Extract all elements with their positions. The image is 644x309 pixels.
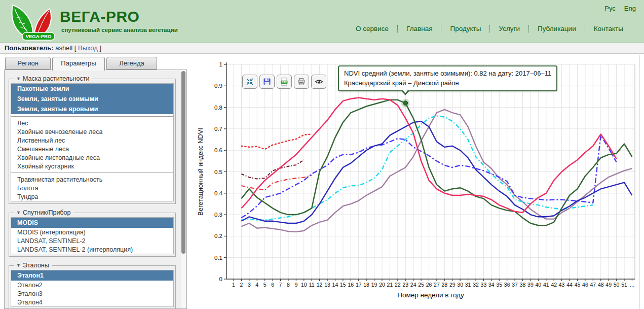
printer-icon xyxy=(297,78,306,86)
tab-3[interactable]: Легенда xyxy=(106,57,157,70)
x-tick-label: 6 xyxy=(271,282,274,288)
x-tick-label: … xyxy=(629,282,635,288)
list-item[interactable]: Хвойные вечнозеленые леса xyxy=(11,127,173,136)
x-tick-label: 16 xyxy=(348,282,354,288)
x-tick-label: 10 xyxy=(301,282,307,288)
list-item[interactable]: Болота xyxy=(11,184,173,192)
x-tick-label: 38 xyxy=(520,282,526,288)
group-legend[interactable]: ▼Маска растительности xyxy=(14,75,92,82)
group-listbox: Пахотные землиЗемли, занятые озимымиЗемл… xyxy=(11,83,174,201)
y-tick-label: 0.9 xyxy=(214,83,222,89)
save-button[interactable] xyxy=(259,75,275,89)
x-tick-label: 35 xyxy=(496,282,502,288)
y-tick-label: 0.8 xyxy=(214,105,222,111)
x-tick-label: 42 xyxy=(551,282,557,288)
list-item[interactable]: Травянистая растительность xyxy=(11,175,173,184)
logout-bracket-open: [ xyxy=(74,44,77,52)
series-red-dash-dot xyxy=(241,176,312,190)
tab-2[interactable]: Параметры xyxy=(52,57,105,71)
list-separator xyxy=(11,116,173,117)
list-item[interactable]: Лес xyxy=(11,119,173,127)
x-tick-label: 13 xyxy=(324,282,330,288)
x-tick-label: 1 xyxy=(232,282,235,288)
tooltip-line2: Краснодарский край – Динской район xyxy=(344,78,551,88)
language-switcher: РусEng xyxy=(604,5,636,12)
x-tick-label: 36 xyxy=(504,282,510,288)
sidebar-scrollbar-thumb[interactable] xyxy=(181,71,185,254)
nav-item-3[interactable]: Продукты xyxy=(441,25,489,33)
lang-eng[interactable]: Eng xyxy=(620,5,636,12)
list-item[interactable]: Эталон4 xyxy=(11,298,173,306)
y-tick-label: 0.7 xyxy=(214,126,222,132)
x-tick-label: 4 xyxy=(255,282,258,288)
export-csv-button[interactable]: CSV xyxy=(277,75,292,89)
main-nav: О сервисеГлавнаяПродуктыУслугиПубликации… xyxy=(347,25,632,33)
list-item[interactable]: Хвойный кустарник xyxy=(11,162,173,170)
list-item[interactable]: LANDSAT, SENTINEL-2 (интерполяция) xyxy=(11,245,173,254)
lang-рус[interactable]: Рус xyxy=(604,5,620,12)
ndvi-chart[interactable]: 10.90.80.70.60.50.40.30.20.1012345678910… xyxy=(193,55,639,309)
group-1: ▼Маска растительностиПахотные землиЗемли… xyxy=(9,75,176,204)
preview-button[interactable] xyxy=(311,75,326,89)
list-item[interactable]: MODIS (интерполяция) xyxy=(11,228,173,236)
y-tick-label: 0.4 xyxy=(214,190,223,196)
x-tick-label: 47 xyxy=(590,282,596,288)
print-button[interactable] xyxy=(294,75,309,89)
logout-link[interactable]: Выход xyxy=(78,44,98,52)
y-tick-label: 0.3 xyxy=(214,212,222,218)
x-tick-label: 12 xyxy=(317,282,323,288)
nav-item-4[interactable]: Услуги xyxy=(489,25,528,33)
nav-item-5[interactable]: Публикации xyxy=(528,25,585,33)
fit-screen-button[interactable] xyxy=(242,75,257,89)
tab-1[interactable]: Регион xyxy=(5,57,51,70)
x-tick-label: 40 xyxy=(536,282,542,288)
sidebar-scrollbar[interactable] xyxy=(180,70,186,308)
logo-banner-text: VEGA-PRO xyxy=(26,33,52,39)
x-tick-label: 39 xyxy=(527,282,534,288)
group-listbox: Эталон1Эталон2Эталон3Эталон4 xyxy=(11,270,174,307)
list-item[interactable]: Пахотные земли xyxy=(11,84,173,94)
group-legend[interactable]: ▼Эталоны xyxy=(14,262,52,269)
list-item[interactable]: Эталон2 xyxy=(11,281,173,289)
x-tick-label: 23 xyxy=(402,282,408,288)
logout-bracket-close: ] xyxy=(100,44,102,52)
list-item[interactable]: Эталон1 xyxy=(11,270,173,281)
user-label: Пользователь: xyxy=(5,44,54,52)
list-item[interactable]: LANDSAT, SENTINEL-2 xyxy=(11,236,173,245)
nav-item-6[interactable]: Контакты xyxy=(585,25,632,33)
y-tick-label: 0.2 xyxy=(214,233,222,239)
x-tick-label: 49 xyxy=(605,282,612,288)
x-tick-label: 28 xyxy=(441,282,447,288)
list-item[interactable]: MODIS xyxy=(11,218,173,228)
x-tick-label: 11 xyxy=(309,282,315,288)
y-tick-label: 0.1 xyxy=(214,255,222,261)
x-tick-label: 21 xyxy=(387,282,393,288)
nav-item-1[interactable]: О сервисе xyxy=(347,25,397,33)
list-item[interactable]: Земли, занятые озимыми xyxy=(11,94,173,104)
list-item[interactable]: Эталон3 xyxy=(11,289,173,298)
list-item[interactable]: Земли, занятые яровыми xyxy=(11,104,173,114)
x-tick-label: 45 xyxy=(575,282,581,288)
tooltip-line1: NDVI средний (земли, занятые озимыми): 0… xyxy=(344,68,551,78)
x-tick-label: 26 xyxy=(426,282,432,288)
sidebar-panel: ▼Маска растительностиПахотные землиЗемли… xyxy=(4,70,187,309)
x-tick-label: 5 xyxy=(263,282,267,288)
list-separator xyxy=(11,173,173,173)
fit-screen-icon xyxy=(246,78,254,86)
list-item[interactable]: Хвойные листопадные леса xyxy=(11,153,173,162)
list-item[interactable]: Лиственный лес xyxy=(11,136,173,145)
group-legend[interactable]: ▼Спутник/Прибор xyxy=(14,209,73,216)
y-tick-label: 0.5 xyxy=(214,169,222,175)
y-tick-label: 0 xyxy=(219,276,222,282)
x-tick-label: 29 xyxy=(449,282,456,288)
eye-icon xyxy=(315,78,323,86)
x-tick-label: 3 xyxy=(248,282,251,288)
x-axis-title: Номер недели в году xyxy=(397,291,464,299)
list-item[interactable]: Тундра xyxy=(11,192,173,201)
list-item[interactable]: Смешанные леса xyxy=(11,145,173,153)
x-tick-label: 30 xyxy=(457,282,463,288)
brand-subtitle: спутниковый сервис анализа вегетации xyxy=(61,27,178,33)
x-tick-label: 14 xyxy=(332,282,338,288)
nav-item-2[interactable]: Главная xyxy=(397,25,441,33)
chart-toolbar: CSV xyxy=(242,75,326,89)
